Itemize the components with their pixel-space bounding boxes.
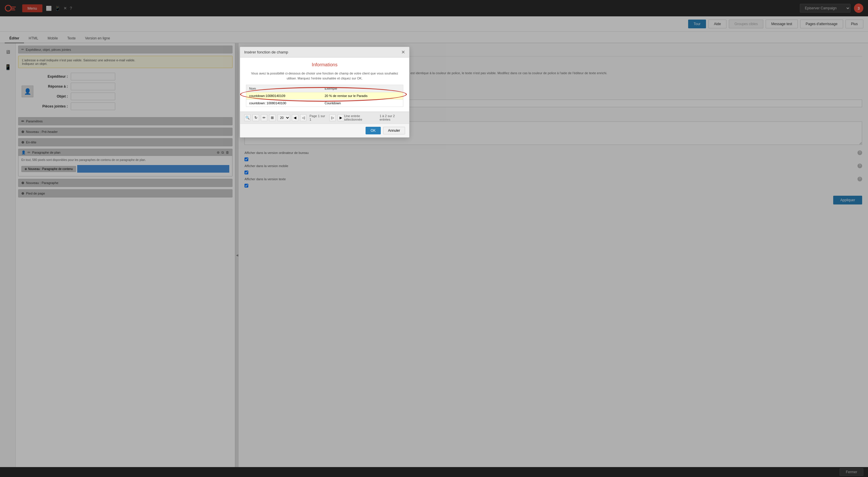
ok-button[interactable]: OK — [366, 127, 380, 134]
col-nom-header: Nom — [249, 87, 324, 90]
entries-info: 1 à 2 sur 2 entrées — [380, 114, 405, 121]
selection-info: Une entrée sélectionnée — [344, 114, 377, 121]
modal-info-text: Vous avez la possibilité ci-dessous de c… — [246, 71, 403, 80]
grid-icon-btn[interactable]: ⊞ — [269, 114, 276, 121]
modal-header: Insérer fonction de champ ✕ — [240, 47, 409, 58]
modal: Insérer fonction de champ ✕ Informations… — [240, 47, 409, 138]
row2-nom: countdown: 10080140100 — [249, 101, 324, 105]
page-info: Page 1 sur 1 — [309, 114, 327, 121]
modal-close-button[interactable]: ✕ — [401, 49, 405, 55]
prev-btn[interactable]: ◁ — [300, 114, 307, 121]
next-btn[interactable]: ▷ — [329, 114, 336, 121]
modal-footer-left: 🔍 ↻ ✏ ⊞ 20 ◀ ◁ Page 1 sur 1 ▷ ▶ — [244, 114, 344, 121]
modal-footer-right: Une entrée sélectionnée 1 à 2 sur 2 entr… — [344, 114, 405, 121]
edit-icon-btn[interactable]: ✏ — [261, 114, 267, 121]
col-exemple-header: Exemple — [324, 87, 400, 90]
per-page-select[interactable]: 20 — [278, 114, 290, 121]
row1-exemple: 20 % de remise sur le Paradis — [324, 94, 400, 98]
modal-btn-bar: OK Annuler — [240, 124, 409, 137]
refresh-icon-btn[interactable]: ↻ — [252, 114, 259, 121]
next-page-btn[interactable]: ▶ — [338, 114, 344, 121]
row2-exemple: Countdown — [324, 101, 400, 105]
modal-overlay: Insérer fonction de champ ✕ Informations… — [0, 0, 868, 477]
zoom-icon-btn[interactable]: 🔍 — [244, 114, 251, 121]
modal-row-1[interactable]: countdown:10080140109 20 % de remise sur… — [246, 92, 403, 100]
modal-footer: 🔍 ↻ ✏ ⊞ 20 ◀ ◁ Page 1 sur 1 ▷ ▶ Une entr… — [240, 111, 409, 124]
modal-table-header: Nom Exemple — [246, 85, 403, 92]
modal-body: Informations Vous avez la possibilité ci… — [240, 58, 409, 111]
row1-nom: countdown:10080140109 — [249, 94, 324, 98]
modal-title: Insérer fonction de champ — [244, 50, 288, 54]
modal-row-2[interactable]: countdown: 10080140100 Countdown — [246, 100, 403, 107]
prev-page-btn[interactable]: ◀ — [292, 114, 298, 121]
annuler-button[interactable]: Annuler — [383, 127, 405, 134]
modal-info-title: Informations — [246, 62, 403, 67]
